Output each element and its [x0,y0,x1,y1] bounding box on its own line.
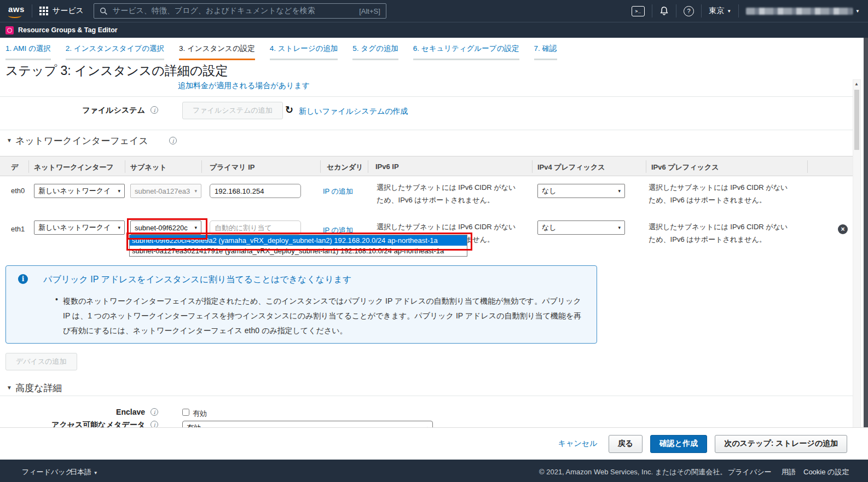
add-ip-link-eth0[interactable]: IP の追加 [323,187,353,196]
search-shortcut: [Alt+S] [359,7,380,15]
device-label-eth0: eth0 [11,187,25,195]
pricing-note-link[interactable]: 追加料金が適用される場合があります [178,81,310,91]
subnet-option-lan2[interactable]: subnet-09f6220cf456fe9a2 (yamaha_vRX_dep… [130,235,467,246]
search-placeholder: サービス、特徴、ブログ、およびドキュメントなどを検索 [113,6,315,16]
add-ip-link-eth1[interactable]: IP の追加 [323,225,353,235]
tab-review[interactable]: 7. 確認 [534,44,557,60]
col-ipv6-prefix: IPv6 プレフィックス [651,162,719,172]
terms-link[interactable]: 用語 [782,467,796,477]
wizard-action-bar: キャンセル 戻る 確認と作成 次のステップ: ストレージの追加 [0,427,868,460]
tab-configure-security-group[interactable]: 6. セキュリティグループの設定 [413,44,519,60]
add-device-button[interactable]: デバイスの追加 [5,353,77,370]
remove-interface-icon[interactable]: × [838,224,848,234]
network-section-title[interactable]: ネットワークインターフェイス [15,135,148,147]
services-menu[interactable]: サービス [39,6,84,16]
content-scrollbar[interactable]: ▲ [853,79,861,458]
col-secondary: セカンダリ [327,162,363,172]
browser-scrollbar-strip[interactable] [864,38,868,482]
notifications-bell-icon[interactable] [659,6,669,16]
back-button[interactable]: 戻る [609,435,643,453]
alert-body: 複数のネットワークインターフェイスが指定されたため、このインスタンスではパブリッ… [63,294,583,338]
services-label: サービス [53,6,84,16]
tab-add-storage[interactable]: 4. ストレージの追加 [270,44,338,60]
review-and-launch-button[interactable]: 確認と作成 [650,435,707,453]
services-grid-icon [39,7,48,15]
tab-choose-ami[interactable]: 1. AMI の選択 [5,44,51,60]
chevron-down-icon: ▾ [618,225,621,230]
filesystem-info-icon[interactable]: i [151,106,158,114]
chevron-down-icon: ▾ [194,188,197,194]
advanced-section-title[interactable]: 高度な詳細 [15,382,62,394]
nav-divider [652,4,652,18]
cookie-settings-link[interactable]: Cookie の設定 [803,467,849,477]
region-selector[interactable]: 東京 ▼ [709,6,731,16]
top-navbar: aws サービス サービス、特徴、ブログ、およびドキュメントなどを検索 [Alt… [0,0,868,22]
aws-console-window: aws サービス サービス、特徴、ブログ、およびドキュメントなどを検索 [Alt… [0,0,868,482]
no-ipv6-message: 選択したサブネットには IPv6 CIDR がない [377,222,516,232]
cloudshell-icon[interactable]: >_ [632,6,645,16]
col-primary-ip: プライマリ IP [210,162,254,172]
scrollbar-thumb[interactable] [854,90,859,150]
interface-select-eth1[interactable]: 新しいネットワークイ▾ [34,220,125,235]
search-icon [100,7,108,15]
wizard-step-tabs: 1. AMI の選択 2. インスタンスタイプの選択 3. インスタンスの設定 … [5,44,557,60]
chevron-down-icon: ▼ [855,9,860,14]
nav-divider [32,4,32,18]
collapse-triangle-icon[interactable]: ▼ [7,385,12,391]
no-ipv6-message: 選択したサブネットには IPv6 CIDR がない [649,183,788,193]
add-filesystem-button[interactable]: ファイルシステムの追加 [182,102,283,119]
language-selector[interactable]: 日本語 ▼ [70,467,98,477]
aws-logo[interactable]: aws [8,4,25,18]
next-step-button[interactable]: 次のステップ: ストレージの追加 [715,435,847,453]
divider [0,130,853,130]
tab-configure-instance[interactable]: 3. インスタンスの設定 [179,44,255,60]
ipv4-prefix-select-eth1[interactable]: なし▾ [537,220,625,235]
no-ipv6-message: ため、IPv6 はサポートされません。 [649,195,766,205]
scroll-up-arrow-icon[interactable]: ▲ [854,82,859,86]
interface-select-eth0[interactable]: 新しいネットワークイ▾ [34,184,125,198]
enclave-info-icon[interactable]: i [151,408,158,416]
feedback-link[interactable]: フィードバック [22,467,73,477]
create-filesystem-link[interactable]: 新しいファイルシステムの作成 [299,107,408,117]
chevron-down-icon: ▾ [118,188,120,194]
nav-divider [701,4,702,18]
refresh-icon[interactable]: ↻ [285,104,293,116]
resource-groups-link[interactable]: Resource Groups & Tag Editor [18,26,118,34]
page-title: ステップ 3: インスタンスの詳細の設定 [5,62,228,79]
console-footer: フィードバック 日本語 ▼ © 2021, Amazon Web Service… [0,460,868,482]
subnet-select-eth1[interactable]: subnet-09f6220c▾ [130,220,201,235]
cancel-link[interactable]: キャンセル [558,439,598,449]
col-device: デ [11,162,18,172]
tab-add-tags[interactable]: 5. タグの追加 [352,44,398,60]
help-icon[interactable]: ? [684,6,694,16]
no-ipv6-message: ため、IPv6 はサポートされません。 [649,235,766,245]
primary-ip-input-eth0[interactable] [210,184,301,198]
subnet-select-eth0: subnet-0a127ea3▾ [130,184,201,198]
network-table-header: デ ネットワークインターフ サブネット プライマリ IP セカンダリ IPv6 … [0,156,853,176]
search-input[interactable]: サービス、特徴、ブログ、およびドキュメントなどを検索 [Alt+S] [94,3,386,19]
subnet-dropdown-list: subnet-09f6220cf456fe9a2 (yamaha_vRX_dep… [129,235,467,257]
primary-ip-input-eth1[interactable] [210,220,301,235]
divider [0,396,853,396]
region-label: 東京 [709,6,724,16]
ipv4-prefix-select-eth0[interactable]: なし▾ [537,184,625,198]
aws-logo-text: aws [8,4,25,14]
account-menu[interactable]: ▼ [746,8,860,15]
favorites-bar: Resource Groups & Tag Editor [0,22,868,38]
chevron-down-icon: ▼ [727,9,731,14]
resource-groups-icon [5,26,14,34]
enclave-checkbox[interactable] [182,409,189,416]
account-name-redacted [746,8,853,15]
chevron-down-icon: ▾ [618,188,621,194]
copyright-text: © 2021, Amazon Web Services, Inc. またはその関… [539,467,727,477]
device-label-eth1: eth1 [11,225,25,233]
no-ipv6-message: 選択したサブネットには IPv6 CIDR がない [649,222,788,232]
tab-choose-instance-type[interactable]: 2. インスタンスタイプの選択 [66,44,164,60]
network-info-icon[interactable]: i [169,137,177,144]
collapse-triangle-icon[interactable]: ▼ [7,137,12,143]
privacy-link[interactable]: プライバシー [728,467,772,477]
divider [0,96,853,97]
subnet-option-lan1[interactable]: subnet-0a127ea302141791e (yamaha_vRX_dep… [130,246,467,256]
chevron-down-icon: ▼ [94,471,98,475]
public-ip-alert: i パブリック IP アドレスをインスタンスに割り当てることはできなくなります … [5,265,597,344]
